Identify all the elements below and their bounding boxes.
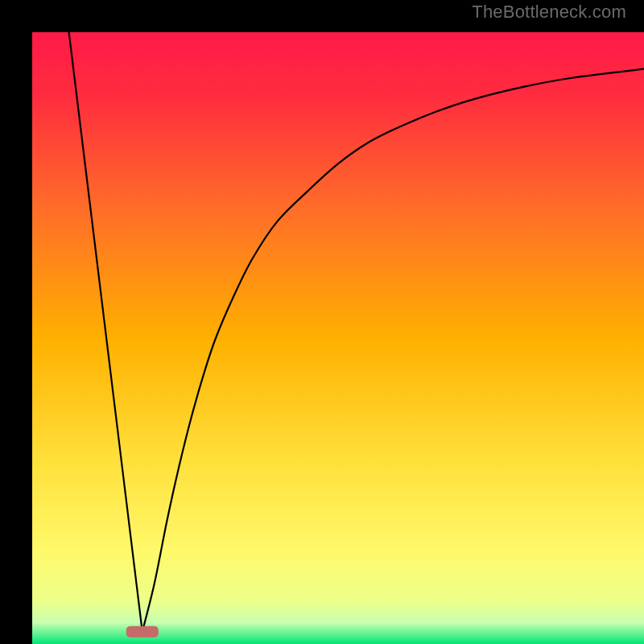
gradient-background bbox=[32, 32, 644, 644]
optimum-marker bbox=[126, 626, 159, 638]
plot-frame bbox=[16, 16, 628, 628]
watermark-text: TheBottleneck.com bbox=[472, 2, 626, 23]
bottleneck-chart bbox=[32, 32, 644, 644]
